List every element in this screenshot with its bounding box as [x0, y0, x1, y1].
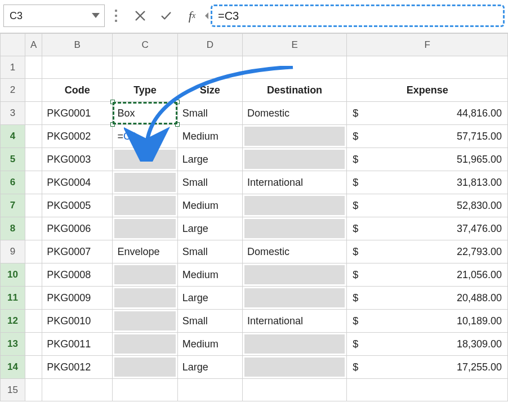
cell-F4[interactable]: $57,715.00	[347, 125, 508, 148]
cell-A1[interactable]	[25, 56, 42, 79]
row-8[interactable]: 8PKG0006Large$37,476.00	[1, 217, 508, 240]
cell-empty[interactable]	[347, 379, 508, 401]
cell-A5[interactable]	[25, 148, 42, 171]
cell-B11[interactable]: PKG0009	[42, 287, 113, 310]
cell-C3[interactable]: Box	[113, 102, 177, 125]
cell-F7[interactable]: $52,830.00	[347, 194, 508, 217]
cell-empty[interactable]	[113, 56, 177, 79]
row-3[interactable]: 3PKG0001BoxSmallDomestic$44,816.00	[1, 102, 508, 125]
cell-D4[interactable]: Medium	[177, 125, 242, 148]
cell-D9[interactable]: Small	[177, 240, 242, 263]
formula-input[interactable]: =C3	[211, 5, 505, 27]
cell-E9[interactable]: Domestic	[242, 240, 346, 263]
cell-empty[interactable]	[177, 56, 242, 79]
cell-F2[interactable]: Expense	[347, 79, 508, 102]
cell-A12[interactable]	[25, 310, 42, 333]
cell-C11[interactable]	[113, 287, 177, 310]
row-10[interactable]: 10PKG0008Medium$21,056.00	[1, 263, 508, 287]
cell-D14[interactable]: Large	[177, 356, 242, 379]
formula-split[interactable]	[205, 5, 211, 27]
cell-A7[interactable]	[25, 194, 42, 217]
cell-E4[interactable]	[242, 125, 346, 148]
cell-B14[interactable]: PKG0012	[42, 356, 113, 379]
col-A[interactable]: A	[25, 34, 42, 56]
row-11[interactable]: 11PKG0009Large$20,488.00	[1, 287, 508, 310]
cell-B12[interactable]: PKG0010	[42, 310, 113, 333]
cell-E6[interactable]: International	[242, 171, 346, 194]
cell-E10[interactable]	[242, 263, 346, 287]
row-header-7[interactable]: 7	[1, 194, 25, 217]
cell-B9[interactable]: PKG0007	[42, 240, 113, 263]
row-header-6[interactable]: 6	[1, 171, 25, 194]
cell-B2[interactable]: Code	[42, 79, 113, 102]
row-header-3[interactable]: 3	[1, 102, 25, 125]
col-D[interactable]: D	[177, 34, 242, 56]
cell-E7[interactable]	[242, 194, 346, 217]
cell-D13[interactable]: Medium	[177, 333, 242, 356]
cell-E5[interactable]	[242, 148, 346, 171]
enter-button[interactable]	[153, 5, 179, 27]
row-9[interactable]: 9PKG0007EnvelopeSmallDomestic$22,793.00	[1, 240, 508, 263]
cell-A14[interactable]	[25, 356, 42, 379]
cell-C2[interactable]: Type	[113, 79, 177, 102]
row-header-15[interactable]: 15	[1, 379, 25, 401]
cell-F11[interactable]: $20,488.00	[347, 287, 508, 310]
cell-C9[interactable]: Envelope	[113, 240, 177, 263]
row-header-9[interactable]: 9	[1, 240, 25, 263]
cell-F9[interactable]: $22,793.00	[347, 240, 508, 263]
cell-D8[interactable]: Large	[177, 217, 242, 240]
cell-empty[interactable]	[42, 379, 113, 401]
row-2[interactable]: 2CodeTypeSizeDestinationExpense	[1, 79, 508, 102]
cell-empty[interactable]	[113, 379, 177, 401]
cell-E11[interactable]	[242, 287, 346, 310]
cell-D3[interactable]: Small	[177, 102, 242, 125]
row-6[interactable]: 6PKG0004SmallInternational$31,813.00	[1, 171, 508, 194]
col-C[interactable]: C	[113, 34, 177, 56]
row-header-1[interactable]: 1	[1, 56, 25, 79]
row-4[interactable]: 4PKG0002=C3Medium$57,715.00	[1, 125, 508, 148]
cell-A2[interactable]	[25, 79, 42, 102]
cell-B10[interactable]: PKG0008	[42, 263, 113, 287]
col-E[interactable]: E	[242, 34, 346, 56]
cell-A8[interactable]	[25, 217, 42, 240]
column-headers[interactable]: A B C D E F	[1, 34, 508, 56]
cell-empty[interactable]	[177, 379, 242, 401]
row-13[interactable]: 13PKG0011Medium$18,309.00	[1, 333, 508, 356]
cell-D12[interactable]: Small	[177, 310, 242, 333]
cell-F14[interactable]: $17,255.00	[347, 356, 508, 379]
row-header-10[interactable]: 10	[1, 263, 25, 287]
cell-C13[interactable]	[113, 333, 177, 356]
cell-D11[interactable]: Large	[177, 287, 242, 310]
row-header-14[interactable]: 14	[1, 356, 25, 379]
cell-E14[interactable]	[242, 356, 346, 379]
row-5[interactable]: 5PKG0003Large$51,965.00	[1, 148, 508, 171]
cell-D2[interactable]: Size	[177, 79, 242, 102]
cell-C6[interactable]	[113, 171, 177, 194]
cell-A4[interactable]	[25, 125, 42, 148]
cell-C8[interactable]	[113, 217, 177, 240]
col-B[interactable]: B	[42, 34, 113, 56]
cell-A15[interactable]	[25, 379, 42, 401]
cell-A13[interactable]	[25, 333, 42, 356]
cell-B6[interactable]: PKG0004	[42, 171, 113, 194]
cell-E2[interactable]: Destination	[242, 79, 346, 102]
row-1[interactable]: 1	[1, 56, 508, 79]
cell-A6[interactable]	[25, 171, 42, 194]
cell-B5[interactable]: PKG0003	[42, 148, 113, 171]
row-12[interactable]: 12PKG0010SmallInternational$10,189.00	[1, 310, 508, 333]
cell-D6[interactable]: Small	[177, 171, 242, 194]
cancel-button[interactable]	[127, 5, 153, 27]
row-header-12[interactable]: 12	[1, 310, 25, 333]
cell-C5[interactable]	[113, 148, 177, 171]
cell-C12[interactable]	[113, 310, 177, 333]
row-15[interactable]: 15	[1, 379, 508, 401]
dropdown-icon[interactable]	[92, 13, 100, 18]
name-box[interactable]: C3	[3, 5, 105, 27]
spreadsheet-grid[interactable]: A B C D E F 12CodeTypeSizeDestinationExp…	[0, 33, 508, 401]
cell-empty[interactable]	[242, 379, 346, 401]
cell-F3[interactable]: $44,816.00	[347, 102, 508, 125]
cell-B3[interactable]: PKG0001	[42, 102, 113, 125]
cell-E12[interactable]: International	[242, 310, 346, 333]
cell-B4[interactable]: PKG0002	[42, 125, 113, 148]
cell-E13[interactable]	[242, 333, 346, 356]
